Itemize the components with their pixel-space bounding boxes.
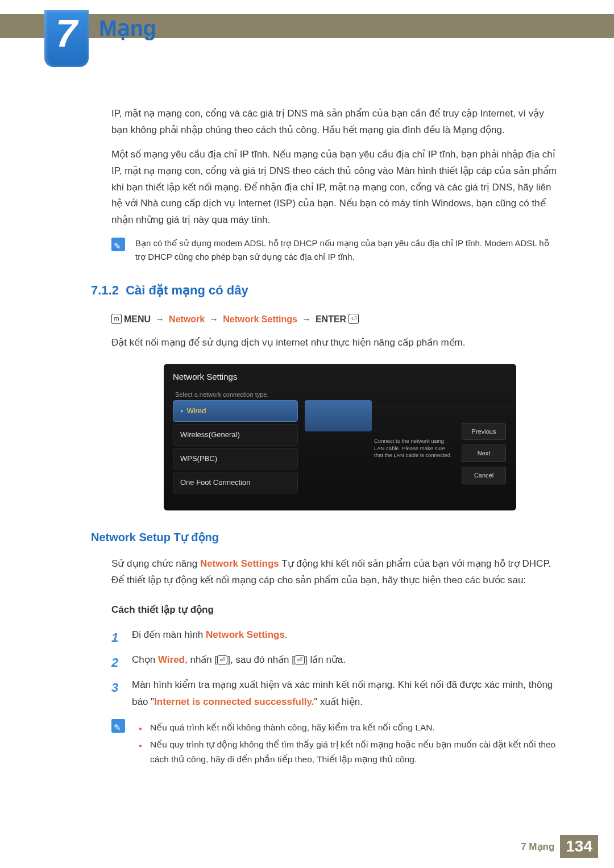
network-settings-screenshot: Network Settings Select a network connec… [164, 364, 516, 510]
intro-paragraph-1: IP, mặt nạ mạng con, cổng và các giá trị… [111, 106, 561, 139]
arrow-icon: → [300, 312, 313, 327]
enter-label: ENTER [316, 312, 346, 327]
auto-para: Sử dụng chức năng Network Settings Tự độ… [111, 556, 561, 589]
section-number: 7.1.2 [91, 283, 119, 297]
btn-next: Next [462, 445, 506, 462]
step-number: 3 [111, 676, 132, 699]
step-3: 3 Màn hình kiểm tra mạng xuất hiện và xá… [111, 676, 561, 711]
step-text: Đi đến màn hình Network Settings. [132, 626, 561, 644]
scr-title: Network Settings [164, 364, 516, 388]
arrow-icon: → [207, 312, 221, 327]
header-bar [0, 14, 614, 38]
menu-icon: m [111, 314, 122, 324]
page-number: 134 [560, 835, 598, 858]
hl-network-settings: Network Settings [200, 558, 279, 569]
connection-options-list: Wired Wireless(General) WPS(PBC) One Foo… [173, 400, 298, 496]
step-text: Màn hình kiểm tra mạng xuất hiện và xác … [132, 676, 561, 711]
page-content: IP, mặt nạ mạng con, cổng và các giá trị… [111, 106, 561, 770]
note-block-2: ● Nếu quá trình kết nối không thành công… [111, 718, 561, 770]
enter-icon: ⏎ [294, 655, 305, 665]
section-title: Cài đặt mạng có dây [126, 283, 248, 297]
arrow-icon: → [153, 312, 167, 327]
section-desc: Đặt kết nối mạng để sử dụng dịch vụ inte… [111, 335, 561, 351]
path-network-settings: Network Settings [223, 312, 297, 327]
note-bullet-list: ● Nếu quá trình kết nối không thành công… [139, 718, 561, 770]
connection-info-text: Connect to the network using LAN cable. … [374, 438, 454, 459]
page-footer: 7 Mạng 134 [521, 835, 598, 858]
section-heading: 7.1.2 Cài đặt mạng có dây [91, 280, 561, 301]
step-1: 1 Đi đến màn hình Network Settings. [111, 626, 561, 649]
footer-label: 7 Mạng [521, 841, 554, 853]
note-icon [111, 238, 125, 251]
btn-previous: Previous [462, 423, 506, 441]
menu-path: m MENU → Network → Network Settings → EN… [111, 312, 561, 327]
note-block: Bạn có thể sử dụng modem ADSL hỗ trợ DHC… [111, 236, 561, 264]
chapter-number: 7 [56, 14, 77, 52]
chapter-tab: 7 [44, 10, 89, 67]
selection-graphic [305, 400, 372, 431]
option-wps: WPS(PBC) [173, 448, 298, 470]
enter-icon: ⏎ [349, 314, 359, 324]
enter-icon: ⏎ [217, 655, 227, 665]
menu-label: MENU [124, 312, 151, 327]
chapter-title: Mạng [99, 16, 156, 41]
option-wired: Wired [173, 400, 298, 422]
screenshot-buttons: Previous Next Cancel [462, 423, 506, 489]
bullet-icon: ● [139, 720, 150, 735]
step-2: 2 Chọn Wired, nhấn [⏎], sau đó nhấn [⏎] … [111, 651, 561, 674]
step-number: 2 [111, 651, 132, 674]
step-text: Chọn Wired, nhấn [⏎], sau đó nhấn [⏎] lầ… [132, 651, 561, 669]
bullet-item: ● Nếu quy trình tự động không thể tìm th… [139, 737, 561, 767]
option-onefoot: One Foot Connection [173, 472, 298, 493]
step-number: 1 [111, 626, 132, 649]
note-icon [111, 719, 125, 733]
option-wireless: Wireless(General) [173, 424, 298, 446]
note-text: Bạn có thể sử dụng modem ADSL hỗ trợ DHC… [135, 236, 561, 264]
path-network: Network [169, 312, 205, 327]
bullet-icon: ● [139, 737, 150, 767]
how-to-heading: Cách thiết lập tự động [111, 602, 561, 618]
auto-setup-heading: Network Setup Tự động [91, 528, 561, 547]
bullet-item: ● Nếu quá trình kết nối không thành công… [139, 720, 561, 735]
intro-paragraph-2: Một số mạng yêu cầu địa chỉ IP tĩnh. Nếu… [111, 147, 561, 229]
btn-cancel: Cancel [462, 467, 506, 484]
